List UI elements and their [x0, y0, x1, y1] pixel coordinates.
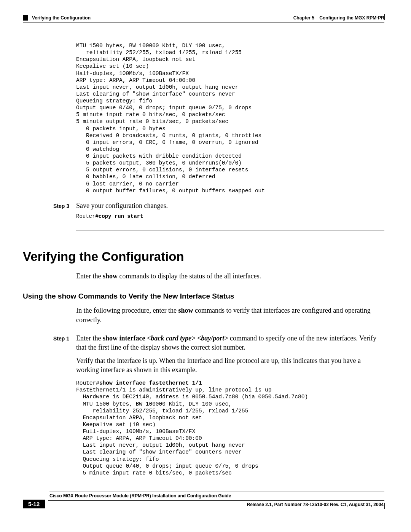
italic-bay-port: <bay/port>	[197, 334, 228, 342]
cmd-text: copy run start	[99, 213, 143, 219]
bold-show-interface: show interface	[103, 334, 145, 342]
header-square-icon	[23, 15, 28, 21]
page-footer: Cisco MGX Route Processor Module (RPM-PR…	[23, 492, 384, 507]
step-1-label: Step 1	[53, 335, 76, 342]
header-rule	[23, 22, 384, 22]
section-divider	[76, 230, 384, 230]
code-block-top: MTU 1500 bytes, BW 100000 Kbit, DLY 100 …	[76, 42, 384, 194]
step-3-row: Step 3 Save your configuration changes.	[53, 201, 384, 210]
footer-edge-mark	[384, 503, 385, 509]
text-fragment: Enter the	[76, 334, 103, 342]
bold-show: show	[103, 272, 118, 280]
step-1-row: Step 1 Enter the show interface <back ca…	[53, 334, 384, 352]
text-fragment: Enter the	[76, 272, 103, 280]
italic-back-card-type: <back card type>	[147, 334, 195, 342]
page-number-badge: 5-12	[23, 500, 45, 508]
running-header: Verifying the Configuration Chapter 5 Co…	[23, 15, 384, 21]
cmd-prompt: Router#	[76, 213, 99, 219]
step-3-command: Router#copy run start	[76, 213, 384, 219]
code-output: FastEthernet1/1 is administratively up, …	[76, 387, 308, 476]
footer-release: Release 2.1, Part Number 78-12510-02 Rev…	[247, 502, 384, 507]
header-chapter-title: Configuring the MGX RPM-PR	[319, 15, 384, 21]
step-1-paragraph-2: Verify that the interface is up. When th…	[76, 356, 384, 375]
para-following-procedure: In the following procedure, enter the sh…	[76, 306, 384, 324]
step-1-paragraph-1: Enter the show interface <back card type…	[76, 334, 384, 352]
cmd-text: show interface fastethernet 1/1	[99, 380, 202, 386]
text-fragment: commands to display the status of the al…	[118, 272, 261, 280]
text-fragment: In the following procedure, enter the	[76, 307, 178, 314]
cmd-prompt: Router#	[76, 380, 99, 386]
step-3-label: Step 3	[53, 203, 76, 209]
footer-doc-title: Cisco MGX Route Processor Module (RPM-PR…	[49, 493, 384, 498]
header-edge-mark	[384, 14, 385, 20]
heading-using-show: Using the show Commands to Verify the Ne…	[23, 292, 384, 300]
step-3-text: Save your configuration changes.	[76, 201, 168, 210]
heading-verifying: Verifying the Configuration	[23, 249, 384, 264]
header-section: Verifying the Configuration	[32, 15, 91, 21]
step-1-code: Router#show interface fastethernet 1/1 F…	[76, 380, 384, 476]
header-chapter-label: Chapter 5	[293, 15, 314, 21]
bold-show: show	[178, 307, 193, 314]
footer-line	[48, 500, 384, 501]
intro-paragraph: Enter the show commands to display the s…	[76, 272, 384, 281]
footer-rule	[49, 492, 384, 492]
